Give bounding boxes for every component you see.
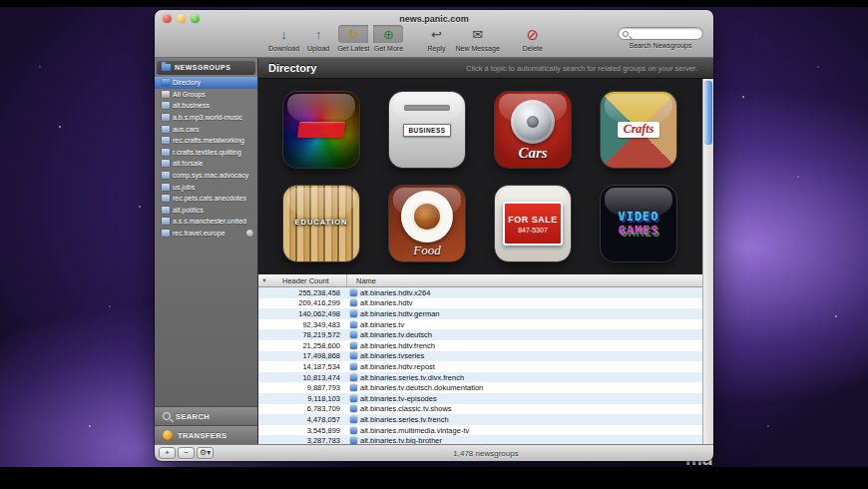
sidebar-item[interactable]: alt.business — [155, 100, 257, 112]
sidebar-item[interactable]: r.crafts.textiles.quilting — [155, 147, 257, 159]
table-row[interactable]: 9,118,103 alt.binaries.tv-episodes — [258, 393, 713, 404]
newsgroup-icon — [350, 405, 357, 412]
toolbar-icon-box: ✉ — [463, 25, 493, 43]
sidebar-section-label: TRANSFERS — [178, 431, 226, 440]
toolbar-icon-box: ⊕ — [373, 25, 403, 43]
newsgroup-name-cell: alt.binaries.tv — [360, 320, 404, 329]
newsgroup-folder-icon — [162, 126, 170, 133]
status-text: 1,478 newsgroups — [258, 449, 713, 458]
screenshot-stage: mu news.panic.com ↓ Download ↑ Upload ↻ — [0, 0, 868, 489]
newsgroup-name-cell: alt.binaries.tvseries — [360, 351, 424, 360]
search-field-label: Search Newsgroups — [629, 42, 691, 49]
newsgroup-name-cell: alt.binaries.series.tv.divx.french — [360, 373, 464, 382]
sidebar-item[interactable]: us.jobs — [155, 181, 257, 193]
download-button[interactable]: ↓ Download — [266, 25, 301, 52]
table-row[interactable]: 9,887,793 alt.binaries.tv.deutsch.dokume… — [258, 382, 713, 393]
toolbar-icon-box: ↩ — [421, 25, 451, 43]
newsgroup-folder-icon — [162, 102, 170, 109]
header-count-cell: 3,545,899 — [258, 426, 346, 435]
directory-icon — [162, 79, 170, 86]
unison-window: news.panic.com ↓ Download ↑ Upload ↻ Get… — [155, 10, 713, 461]
column-header-name[interactable]: Name — [346, 274, 713, 286]
tile-business[interactable]: BUSINESS — [389, 92, 465, 168]
toolbar-icon-box: ↑ — [303, 25, 333, 43]
traffic-lights — [163, 14, 200, 23]
add-group-button[interactable]: + — [159, 447, 176, 459]
sidebar-item[interactable]: alt.politics — [155, 205, 257, 217]
newsgroup-name-cell: alt.binaries.hdtv.x264 — [360, 288, 430, 297]
table-row[interactable]: 17,498,868 alt.binaries.tvseries — [258, 351, 713, 362]
newsgroup-icon — [350, 395, 357, 402]
toolbar-button-label: Reply — [427, 45, 445, 52]
sidebar-section-search[interactable]: SEARCH — [155, 406, 257, 425]
window-header: news.panic.com ↓ Download ↑ Upload ↻ Get… — [155, 10, 713, 58]
sidebar-section-transfers[interactable]: TRANSFERS — [155, 425, 257, 444]
table-row[interactable]: 255,238,458 alt.binaries.hdtv.x264 — [258, 287, 713, 298]
tile-label: BUSINESS — [403, 124, 450, 137]
newsgroup-icon — [350, 299, 357, 306]
sidebar-item[interactable]: a.b.s.mp3.world-music — [155, 112, 257, 124]
sidebar-item[interactable]: a.s.s.manchester.united — [155, 216, 257, 228]
sidebar-item[interactable]: alt.forsale — [155, 158, 257, 170]
newsgroup-name-cell: alt.binaries.hdtv.french — [360, 341, 435, 350]
window-body: NEWSGROUPS Directory All Groups alt.busi… — [155, 58, 713, 444]
sidebar-item[interactable]: All Groups — [155, 89, 257, 101]
toolbar-icon-box: ⊘ — [518, 25, 548, 43]
get-more-button[interactable]: ⊕ Get More — [371, 25, 405, 52]
newsgroup-folder-icon — [162, 195, 170, 202]
toolbar-button-label: Get Latest — [337, 45, 369, 52]
sidebar-item-label: alt.forsale — [173, 160, 203, 167]
tile-video-games[interactable]: VIDEO GAMES — [601, 186, 676, 261]
sidebar-item[interactable]: rec.travel.europe — [155, 228, 257, 240]
tile-crafts[interactable]: Crafts — [601, 92, 676, 168]
header-count-cell: 9,887,793 — [258, 383, 346, 392]
close-window-button[interactable] — [163, 14, 172, 23]
table-row[interactable]: 78,219,572 alt.binaries.tv.deutsch — [258, 329, 713, 340]
table-row[interactable]: 21,258,600 alt.binaries.hdtv.french — [258, 340, 713, 351]
scrollbar-thumb[interactable] — [704, 81, 712, 145]
header-count-cell: 140,062,498 — [258, 309, 346, 318]
remove-group-button[interactable]: − — [178, 447, 195, 459]
table-row[interactable]: 14,187,534 alt.binaries.hdtv.repost — [258, 361, 713, 372]
column-header-count[interactable]: Header Count — [270, 276, 346, 285]
sidebar-item[interactable]: comp.sys.mac.advocacy — [155, 170, 257, 182]
sidebar-item[interactable]: rec.pets.cats.anecdotes — [155, 193, 257, 205]
minimize-window-button[interactable] — [177, 14, 186, 23]
search-field[interactable] — [618, 27, 703, 40]
get-latest-icon: ↻ — [348, 28, 359, 41]
table-row[interactable]: 140,062,498 alt.binaries.hdtv.german — [258, 308, 713, 319]
new-message-button[interactable]: ✉ New Message — [453, 25, 501, 52]
get-latest-button[interactable]: ↻ Get Latest — [335, 25, 371, 52]
sidebar-item[interactable]: rec.crafts.metalworking — [155, 135, 257, 147]
header-count-cell: 21,258,600 — [258, 341, 346, 350]
upload-button[interactable]: ↑ Upload — [301, 25, 335, 52]
sidebar-item-label: alt.politics — [173, 207, 204, 214]
sidebar-section-newsgroups[interactable]: NEWSGROUPS — [157, 60, 255, 75]
search-input[interactable] — [632, 30, 691, 37]
action-menu-button[interactable]: ⚙▾ — [197, 447, 214, 459]
table-row[interactable]: 6,783,709 alt.binaries.classic.tv.shows — [258, 404, 713, 415]
tile-cars[interactable]: Cars — [495, 92, 571, 168]
header-count-cell: 209,416,299 — [258, 298, 346, 307]
newsgroup-icon — [350, 352, 357, 359]
reply-button[interactable]: ↩ Reply — [419, 25, 453, 52]
sidebar-item-label: comp.sys.mac.advocacy — [173, 172, 248, 179]
table-row[interactable]: 3,287,783 alt.binaries.tv.big-brother — [258, 435, 713, 444]
tile-for-sale[interactable]: FOR SALE 847-5307 — [495, 186, 571, 261]
sort-indicator-icon[interactable]: ▼ — [258, 277, 270, 283]
tile-music[interactable] — [283, 92, 359, 168]
tile-food[interactable]: Food — [389, 186, 465, 261]
zoom-window-button[interactable] — [191, 14, 200, 23]
header-count-cell: 3,287,783 — [258, 436, 346, 444]
tile-education[interactable]: EDUCATION — [283, 186, 359, 261]
table-row[interactable]: 10,813,474 alt.binaries.series.tv.divx.f… — [258, 372, 713, 383]
table-row[interactable]: 4,478,057 alt.binaries.series.tv.french — [258, 414, 713, 425]
table-row[interactable]: 209,416,299 alt.binaries.hdtv — [258, 298, 713, 309]
sidebar-item[interactable]: Directory — [155, 77, 257, 89]
vertical-scrollbar[interactable] — [702, 79, 713, 444]
directory-tile-grid: BUSINESS Cars Crafts EDUCATION Food — [258, 79, 713, 274]
table-row[interactable]: 92,349,483 alt.binaries.tv — [258, 319, 713, 330]
delete-button[interactable]: ⊘ Delete — [516, 25, 550, 52]
sidebar-item[interactable]: aus.cars — [155, 123, 257, 135]
table-row[interactable]: 3,545,899 alt.binaries.multimedia.vintag… — [258, 425, 713, 436]
